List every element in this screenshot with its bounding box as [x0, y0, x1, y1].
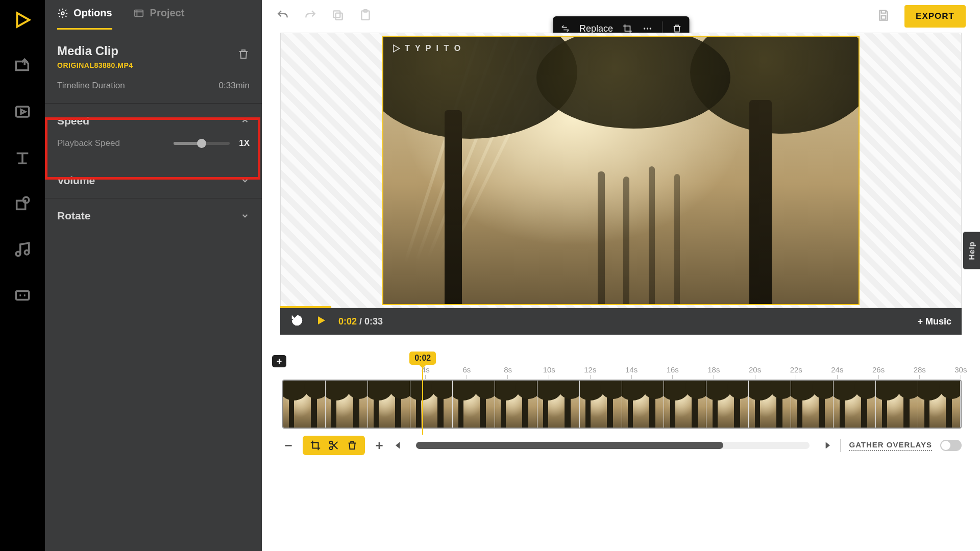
timeline-thumb [876, 381, 918, 428]
speed-row-label: Playback Speed [57, 138, 120, 148]
timeline-thumb [537, 381, 580, 428]
crop-icon[interactable] [310, 440, 321, 451]
svg-marker-2 [21, 110, 25, 114]
svg-point-17 [646, 28, 648, 29]
main-area: EXPORT Replace [262, 0, 980, 551]
rail-item-music[interactable] [12, 239, 33, 260]
timeline-controls: − + GATHER OVERLAYS [282, 436, 962, 455]
trash-icon[interactable] [347, 440, 358, 451]
svg-point-5 [16, 252, 20, 256]
svg-marker-20 [318, 316, 325, 324]
more-icon[interactable] [642, 23, 653, 34]
export-button[interactable]: EXPORT [904, 5, 966, 28]
svg-rect-11 [333, 11, 340, 17]
speed-slider[interactable] [174, 142, 230, 145]
timeline-ruler[interactable]: 4s6s8s10s12s14s16s18s20s22s24s26s28s30s3… [282, 365, 962, 380]
timeline-thumb [791, 381, 834, 428]
tab-options[interactable]: Options [57, 7, 112, 30]
rail-item-templates[interactable] [12, 101, 33, 122]
section-rotate-header[interactable]: Rotate [45, 198, 262, 233]
timeline-thumb [580, 381, 622, 428]
section-rotate-title: Rotate [57, 210, 90, 222]
svg-rect-10 [336, 13, 342, 20]
replay-button[interactable] [290, 314, 304, 329]
playhead-time: 0:02 [409, 352, 436, 365]
svg-point-22 [330, 447, 333, 450]
svg-rect-9 [134, 10, 143, 16]
timeline: + 4s6s8s10s12s14s16s18s20s22s24s26s28s30… [275, 365, 962, 455]
play-button[interactable] [315, 314, 327, 329]
tab-project-label: Project [150, 7, 185, 19]
crop-icon[interactable] [622, 23, 632, 34]
section-rotate: Rotate [45, 198, 262, 233]
rail-item-upload[interactable] [12, 55, 33, 77]
section-speed-header[interactable]: Speed [45, 104, 262, 138]
left-rail [0, 0, 45, 551]
timeline-thumb [706, 381, 749, 428]
speed-value: 1X [239, 138, 250, 148]
timeline-thumb [283, 381, 326, 428]
video-preview[interactable]: T Y P I T O [382, 36, 860, 305]
timeline-thumb [664, 381, 706, 428]
clip-edit-tools [303, 436, 365, 455]
rail-item-elements[interactable] [12, 193, 33, 214]
delete-clip-button[interactable] [237, 48, 250, 62]
svg-rect-15 [881, 16, 886, 19]
svg-marker-19 [394, 45, 400, 52]
timeline-playhead[interactable]: 0:02 [409, 352, 436, 435]
copy-button[interactable] [331, 9, 345, 24]
tab-project[interactable]: Project [133, 7, 185, 30]
rail-item-captions[interactable] [12, 285, 33, 306]
duration-value: 0:33min [219, 81, 250, 91]
help-tab[interactable]: Help [963, 232, 980, 269]
timeline-thumb [495, 381, 537, 428]
trash-icon[interactable] [672, 23, 682, 34]
tab-options-label: Options [74, 7, 112, 19]
options-panel: Options Project Media Clip ORIGINAL83880… [45, 0, 262, 551]
svg-point-21 [330, 441, 333, 444]
paste-button[interactable] [359, 9, 372, 24]
timeline-thumb [834, 381, 876, 428]
undo-button[interactable] [276, 9, 289, 24]
svg-marker-23 [396, 442, 400, 448]
section-speed-title: Speed [57, 115, 89, 127]
rail-item-text[interactable] [12, 147, 33, 168]
clip-filename: ORIGINAL83880.MP4 [57, 61, 133, 69]
gather-overlays-label: GATHER OVERLAYS [849, 440, 932, 451]
timeline-scrollbar[interactable] [416, 442, 810, 449]
clip-title: Media Clip [57, 44, 133, 58]
svg-marker-24 [826, 442, 830, 448]
timeline-thumb [918, 381, 961, 428]
timeline-clip-strip[interactable] [282, 380, 962, 429]
svg-point-8 [61, 12, 64, 15]
save-button[interactable] [877, 9, 890, 24]
duration-label: Timeline Duration [57, 81, 125, 91]
chevron-up-icon [240, 116, 250, 126]
zoom-in-button[interactable]: + [373, 438, 385, 454]
section-volume-title: Volume [57, 174, 95, 187]
rail-item-editor[interactable] [12, 9, 33, 31]
svg-point-6 [24, 250, 29, 255]
split-icon[interactable] [328, 440, 339, 451]
svg-point-18 [649, 28, 651, 29]
timeline-thumb [749, 381, 791, 428]
svg-rect-7 [16, 291, 29, 300]
redo-button[interactable] [304, 9, 317, 24]
section-volume-header[interactable]: Volume [45, 163, 262, 198]
preview-stage: T Y P I T O [280, 33, 962, 308]
gather-overlays-toggle[interactable] [940, 440, 962, 451]
playback-bar: 0:02 / 0:33 + Music [280, 308, 962, 335]
replace-icon [560, 23, 570, 34]
scroll-right-icon[interactable] [823, 441, 832, 450]
timeline-thumb [326, 381, 368, 428]
chevron-down-icon [240, 176, 250, 185]
section-volume: Volume [45, 163, 262, 198]
svg-point-16 [644, 28, 645, 29]
zoom-out-button[interactable]: − [282, 438, 295, 454]
timeline-thumb [453, 381, 495, 428]
scroll-left-icon[interactable] [394, 441, 403, 450]
svg-rect-14 [881, 10, 886, 13]
svg-marker-0 [17, 13, 30, 27]
chevron-down-icon [240, 211, 250, 220]
add-music-button[interactable]: + Music [917, 316, 951, 327]
